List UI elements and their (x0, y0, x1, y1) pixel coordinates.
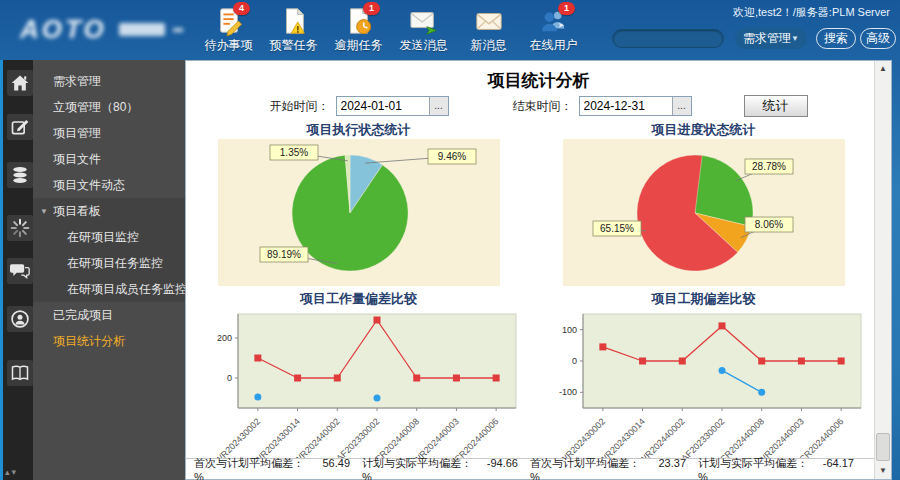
new-message-icon (472, 6, 506, 36)
toolbar-item-label: 发送消息 (391, 37, 456, 54)
rail-loading-button[interactable] (7, 215, 33, 241)
chevron-down-icon[interactable]: ▾ (12, 467, 19, 477)
sidebar-item-requirement-mgmt[interactable]: 需求管理 (33, 68, 185, 94)
rail-chat-button[interactable] (7, 258, 33, 284)
rail-book-button[interactable] (7, 360, 33, 386)
svg-text:0: 0 (571, 356, 576, 366)
svg-text:200: 200 (216, 333, 231, 343)
chart-pie-execution: 项目执行状态统计 9.46%89.19%1.35% (186, 121, 531, 290)
chart-title: 项目进度状态统计 (531, 121, 876, 139)
advanced-search-button[interactable]: 高级 (860, 28, 896, 49)
stat-plan-vs-actual-duration: 计划与实际平均偏差：-64.17% (698, 456, 866, 480)
toolbar-item-overdue-tasks[interactable]: 1 逾期任务 (326, 6, 391, 54)
end-date-picker-button[interactable]: ... (672, 97, 691, 115)
stat-value: 56.49 (308, 457, 350, 469)
search-input[interactable] (612, 29, 724, 48)
page-title: 项目统计分析 (186, 69, 891, 89)
chevron-down-icon: ▼ (791, 34, 799, 43)
toolbar-item-label: 在线用户 (521, 37, 586, 54)
stat-unit: % (698, 471, 708, 480)
stat-unit: % (194, 471, 204, 480)
loading-icon (10, 218, 30, 238)
summary-status-bar: 首次与计划平均偏差：56.49% 计划与实际平均偏差：-94.66% 首次与计划… (186, 458, 874, 479)
chart-line-duration: 项目工期偏差比较 1000-100WR202430002WR202430014W… (531, 290, 876, 468)
sidebar-item-member-task-monitor[interactable]: 在研项目成员任务监控 (33, 276, 185, 302)
rail-scroll-chevrons[interactable]: ▴▾ (5, 467, 33, 477)
sidebar-item-project-statistics[interactable]: 项目统计分析 (33, 328, 185, 354)
stat-unit: % (362, 471, 372, 480)
stat-first-vs-plan-duration: 首次与计划平均偏差：23.37% (530, 456, 698, 480)
logo-blurred-dash (173, 28, 183, 32)
stat-unit: % (530, 471, 540, 480)
plm-application-window: AOTO 4 待办事项 (0, 0, 900, 480)
svg-text:100: 100 (561, 325, 576, 335)
end-date-field: ... (579, 96, 692, 116)
sidebar-item-label: 项目看板 (53, 204, 101, 218)
home-icon (10, 73, 30, 93)
rail-support-button[interactable] (7, 306, 33, 332)
support-icon (10, 309, 30, 329)
online-users-badge: 1 (558, 2, 575, 15)
search-category-dropdown[interactable]: 需求管理 ▼ (735, 28, 807, 49)
logo-blurred-block (119, 23, 165, 36)
header-bar: AOTO 4 待办事项 (0, 0, 900, 60)
scrollbar-thumb[interactable] (876, 433, 890, 461)
sidebar-icon-rail: ▴▾ (0, 60, 33, 480)
chart-line-workload: 项目工作量偏差比较 2000WR202430002WR202430014WR20… (186, 290, 531, 468)
toolbar-item-new-message[interactable]: 新消息 (456, 6, 521, 54)
end-date-label: 结束时间： (513, 98, 573, 115)
chart-title: 项目执行状态统计 (186, 121, 531, 139)
start-date-field: ... (336, 96, 449, 116)
scrollbar-track[interactable]: ▲ ▼ (874, 61, 891, 479)
rail-edit-button[interactable] (7, 114, 33, 140)
stat-value: -94.66 (476, 457, 518, 469)
stats-button[interactable]: 统计 (744, 95, 808, 117)
duration-deviation-line-chart: 1000-100WR202430002WR202430014WR20244000… (539, 308, 869, 464)
stat-label: 首次与计划平均偏差： (194, 457, 304, 469)
svg-text:9.46%: 9.46% (437, 151, 465, 162)
edit-icon (10, 117, 30, 137)
sidebar-item-project-mgmt[interactable]: 项目管理 (33, 120, 185, 146)
chat-icon (10, 261, 30, 281)
stat-label: 计划与实际平均偏差： (362, 457, 472, 469)
progress-status-pie-chart: 28.78%8.06%65.15% (563, 139, 845, 286)
sidebar-item-completed-projects[interactable]: 已完成项目 (33, 302, 185, 328)
toolbar-item-label: 待办事项 (196, 37, 261, 54)
toolbar-item-warning-tasks[interactable]: 预警任务 (261, 6, 326, 54)
rail-database-button[interactable] (7, 162, 33, 188)
scrollbar-down-button[interactable]: ▼ (875, 463, 891, 479)
start-date-picker-button[interactable]: ... (429, 97, 448, 115)
svg-text:89.19%: 89.19% (267, 249, 301, 260)
sidebar-item-active-task-monitor[interactable]: 在研项目任务监控 (33, 250, 185, 276)
svg-text:65.15%: 65.15% (600, 223, 634, 234)
svg-text:28.78%: 28.78% (752, 161, 786, 172)
book-icon (10, 363, 30, 383)
toolbar-item-online-users[interactable]: 1 在线用户 (521, 6, 586, 54)
execution-status-pie-chart: 9.46%89.19%1.35% (218, 139, 500, 286)
logo: AOTO (20, 14, 183, 45)
chart-title: 项目工期偏差比较 (531, 290, 876, 308)
rail-home-button[interactable] (7, 70, 33, 96)
sidebar-item-project-files[interactable]: 项目文件 (33, 146, 185, 172)
sidebar-item-project-file-activity[interactable]: 项目文件动态 (33, 172, 185, 198)
sidebar-menu: 需求管理 立项管理（80） 项目管理 项目文件 项目文件动态 ▼项目看板 在研项… (33, 60, 185, 480)
stat-label: 计划与实际平均偏差： (698, 457, 808, 469)
scrollbar-up-button[interactable]: ▲ (875, 61, 891, 77)
chart-pie-progress: 项目进度状态统计 28.78%8.06%65.15% (531, 121, 876, 290)
start-date-label: 开始时间： (270, 98, 330, 115)
sidebar-item-project-initiation[interactable]: 立项管理（80） (33, 94, 185, 120)
chart-title: 项目工作量偏差比较 (186, 290, 531, 308)
stat-first-vs-plan-workload: 首次与计划平均偏差：56.49% (194, 456, 362, 480)
end-date-input[interactable] (580, 97, 672, 115)
search-button[interactable]: 搜索 (816, 28, 856, 49)
stat-plan-vs-actual-workload: 计划与实际平均偏差：-94.66% (362, 456, 530, 480)
header-toolbar: 4 待办事项 预警任务 (196, 6, 586, 54)
toolbar-item-send-message[interactable]: 发送消息 (391, 6, 456, 54)
start-date-input[interactable] (337, 97, 429, 115)
sidebar-item-active-project-monitor[interactable]: 在研项目监控 (33, 224, 185, 250)
overdue-badge: 1 (363, 2, 380, 15)
charts-grid: 项目执行状态统计 9.46%89.19%1.35% 项目进度状态统计 28.78… (186, 121, 891, 468)
sidebar-item-project-kanban[interactable]: ▼项目看板 (33, 198, 185, 224)
toolbar-item-todo[interactable]: 4 待办事项 (196, 6, 261, 54)
svg-text:8.06%: 8.06% (754, 219, 782, 230)
